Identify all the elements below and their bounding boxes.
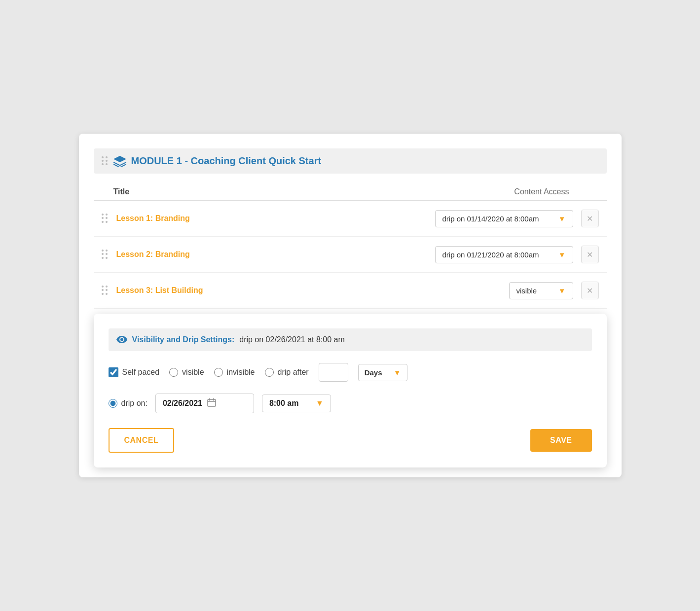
time-dropdown-arrow-icon: ▼ [316, 399, 324, 408]
visibility-settings-value: drip on 02/26/2021 at 8:00 am [239, 335, 345, 344]
invisible-radio-label[interactable]: invisible [214, 368, 255, 377]
calendar-icon [207, 398, 216, 409]
drip-on-radio[interactable] [109, 399, 117, 408]
days-dropdown[interactable]: Days ▼ [358, 364, 407, 381]
lesson2-access-value: drip on 01/21/2020 at 8:00am [442, 251, 539, 259]
days-dropdown-value: Days [365, 368, 382, 377]
invisible-radio[interactable] [214, 368, 223, 377]
date-input-field[interactable]: 02/26/2021 [155, 394, 254, 413]
lesson3-access-dropdown[interactable]: visible ▼ [509, 282, 573, 299]
save-button[interactable]: SAVE [530, 429, 591, 452]
lesson1-access-value: drip on 01/14/2020 at 8:00am [442, 215, 539, 223]
eye-icon [116, 336, 127, 344]
lesson1-title[interactable]: Lesson 1: Branding [116, 214, 427, 223]
time-dropdown[interactable]: 8:00 am ▼ [262, 395, 331, 412]
lesson1-drag-handle[interactable] [102, 214, 109, 223]
drip-after-days-input[interactable] [319, 363, 348, 382]
col-access-label: Content Access [514, 187, 598, 196]
invisible-label: invisible [227, 368, 255, 377]
buttons-row: CANCEL SAVE [109, 428, 592, 453]
lesson2-delete-button[interactable]: ✕ [581, 246, 599, 263]
lesson-row: Lesson 2: Branding drip on 01/21/2020 at… [94, 237, 607, 273]
visible-radio[interactable] [169, 368, 178, 377]
self-paced-checkbox[interactable] [109, 367, 118, 377]
modal-overlay: Visibility and Drip Settings: drip on 02… [94, 314, 607, 467]
lesson2-title[interactable]: Lesson 2: Branding [116, 250, 427, 259]
col-title-label: Title [113, 187, 130, 196]
drip-on-radio-label[interactable]: drip on: [109, 399, 147, 408]
visibility-header: Visibility and Drip Settings: drip on 02… [109, 328, 592, 351]
days-dropdown-arrow-icon: ▼ [394, 368, 401, 377]
visible-label: visible [182, 368, 204, 377]
drip-on-row: drip on: 02/26/2021 8:00 am ▼ [109, 394, 592, 413]
svg-rect-0 [208, 399, 216, 406]
lesson3-dropdown-arrow-icon: ▼ [558, 287, 566, 295]
drip-on-label: drip on: [121, 399, 147, 408]
module-header: MODULE 1 - Coaching Client Quick Start [94, 148, 607, 174]
drip-after-label: drip after [278, 368, 309, 377]
lesson2-dropdown-arrow-icon: ▼ [558, 251, 566, 259]
lesson3-drag-handle[interactable] [102, 286, 109, 295]
self-paced-checkbox-label[interactable]: Self paced [109, 367, 160, 377]
lesson-row: Lesson 3: List Building visible ▼ ✕ [94, 273, 607, 309]
lesson1-delete-button[interactable]: ✕ [581, 210, 599, 227]
lesson2-drag-handle[interactable] [102, 250, 109, 259]
table-header: Title Content Access [94, 183, 607, 201]
self-paced-label: Self paced [122, 368, 160, 377]
drip-after-radio-label[interactable]: drip after [265, 368, 309, 377]
outer-card: MODULE 1 - Coaching Client Quick Start T… [79, 134, 622, 477]
cancel-button[interactable]: CANCEL [109, 428, 175, 453]
lesson1-dropdown-arrow-icon: ▼ [558, 215, 566, 223]
module-title: MODULE 1 - Coaching Client Quick Start [131, 155, 322, 167]
lesson3-delete-button[interactable]: ✕ [581, 282, 599, 299]
module-icon [113, 156, 126, 167]
lesson3-title[interactable]: Lesson 3: List Building [116, 286, 501, 295]
time-value: 8:00 am [269, 399, 299, 408]
lesson2-access-dropdown[interactable]: drip on 01/21/2020 at 8:00am ▼ [435, 246, 573, 263]
lesson-row: Lesson 1: Branding drip on 01/14/2020 at… [94, 201, 607, 237]
date-value: 02/26/2021 [163, 399, 202, 408]
module-drag-handle[interactable] [102, 156, 109, 166]
visible-radio-label[interactable]: visible [169, 368, 204, 377]
lesson1-access-dropdown[interactable]: drip on 01/14/2020 at 8:00am ▼ [435, 210, 573, 227]
lesson3-access-value: visible [516, 287, 537, 295]
drip-after-radio[interactable] [265, 368, 274, 377]
visibility-settings-title: Visibility and Drip Settings: [132, 335, 235, 344]
options-row: Self paced visible invisible drip after … [109, 363, 592, 382]
